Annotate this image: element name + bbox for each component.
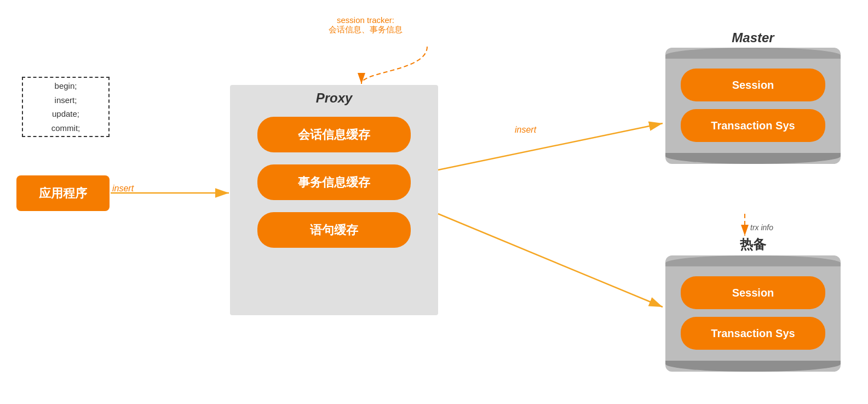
standby-title: 热备 (665, 236, 841, 253)
arrow-proxy-to-standby (438, 214, 663, 307)
master-session-item: Session (681, 69, 825, 101)
master-body: Session Transaction Sys (665, 48, 841, 164)
proxy-item-session-label: 会话信息缓存 (298, 127, 370, 143)
session-tracker: session tracker: 会话信息、事务信息 (329, 15, 403, 35)
proxy-item-statement-cache: 语句缓存 (257, 212, 411, 248)
standby-session-item: Session (681, 276, 825, 309)
standby-transaction-label: Transaction Sys (711, 327, 795, 340)
app-box: 应用程序 (16, 175, 110, 211)
app-label: 应用程序 (39, 185, 87, 202)
standby-group: 热备 Session Transaction Sys (665, 236, 841, 372)
proxy-item-session-cache: 会话信息缓存 (257, 117, 411, 152)
standby-content: Session Transaction Sys (674, 260, 832, 363)
standby-body: Session Transaction Sys (665, 255, 841, 372)
proxy-item-transaction-label: 事务信息缓存 (298, 174, 370, 191)
session-tracker-title: session tracker: (329, 15, 403, 25)
trx-info-label: trx info (750, 223, 773, 232)
proxy-box: Proxy 会话信息缓存 事务信息缓存 语句缓存 (230, 85, 438, 315)
master-session-label: Session (732, 79, 774, 92)
proxy-item-statement-label: 语句缓存 (310, 222, 358, 238)
standby-session-label: Session (732, 287, 774, 299)
sql-text: begin;insert;update;commit; (51, 79, 81, 135)
arrow-proxy-to-master (438, 123, 663, 170)
arrow-session-tracker-to-proxy (361, 47, 427, 84)
master-transaction-label: Transaction Sys (711, 120, 795, 132)
proxy-item-transaction-cache: 事务信息缓存 (257, 164, 411, 200)
proxy-title: Proxy (316, 90, 353, 106)
insert-label-right: insert (515, 125, 537, 134)
master-transaction-item: Transaction Sys (681, 109, 825, 142)
master-cylinder: Master Session Transaction Sys (665, 30, 841, 164)
insert-label-left: insert (112, 184, 134, 194)
standby-cylinder: 热备 Session Transaction Sys (665, 236, 841, 372)
standby-transaction-item: Transaction Sys (681, 317, 825, 350)
diagram: begin;insert;update;commit; 应用程序 insert … (0, 0, 868, 404)
session-tracker-subtitle: 会话信息、事务信息 (329, 25, 403, 35)
master-title: Master (665, 30, 841, 45)
master-content: Session Transaction Sys (674, 52, 832, 155)
master-group: Master Session Transaction Sys (665, 30, 841, 164)
sql-box: begin;insert;update;commit; (22, 77, 110, 137)
